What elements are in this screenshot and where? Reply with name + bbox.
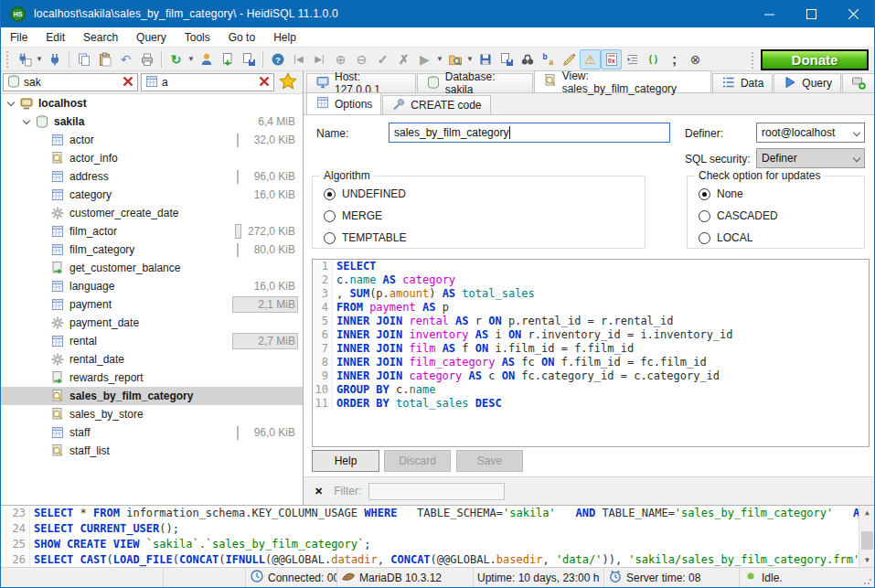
- algorithm-temptable[interactable]: TEMPTABLE: [324, 231, 645, 244]
- tree-item-film_category[interactable]: film_category80,0 KiB: [1, 241, 303, 259]
- menu-search[interactable]: Search: [74, 28, 127, 47]
- help-button[interactable]: Help: [312, 450, 379, 472]
- tree-item-language[interactable]: language16,0 KiB: [1, 277, 303, 295]
- export-database-icon[interactable]: [217, 49, 238, 69]
- tree-item-actor_info[interactable]: actor_info: [1, 149, 303, 167]
- save-sql-as-icon[interactable]: [496, 49, 517, 69]
- semicolon-icon[interactable]: ;: [664, 49, 685, 69]
- menu-query[interactable]: Query: [127, 28, 176, 47]
- cancel-query-icon[interactable]: ⊗: [685, 49, 706, 69]
- help-icon[interactable]: ?: [267, 49, 288, 69]
- tree-item-get_customer_balance[interactable]: get_customer_balance: [1, 259, 303, 277]
- tab-host-127-0-0-1[interactable]: Host: 127.0.0.1: [306, 73, 416, 92]
- favorites-star-icon[interactable]: [279, 72, 297, 93]
- tree-item-film_actor[interactable]: film_actor272,0 KiB: [1, 222, 303, 241]
- definer-select[interactable]: root@localhost: [756, 123, 865, 143]
- paste-icon[interactable]: [94, 49, 115, 69]
- resize-grip[interactable]: [863, 576, 872, 585]
- indent-icon[interactable]: [622, 49, 643, 69]
- check-option-cascaded[interactable]: CASCADED: [699, 209, 864, 222]
- disconnect-icon[interactable]: [44, 49, 65, 69]
- insert-row-icon[interactable]: ⊕: [330, 49, 351, 69]
- scroll-down-icon[interactable]: ▼: [859, 553, 874, 567]
- load-sql-file-icon[interactable]: [444, 49, 465, 69]
- tree-item-rental_date[interactable]: rental_date: [1, 350, 303, 369]
- close-button[interactable]: [832, 0, 874, 27]
- radio-icon[interactable]: [324, 232, 336, 244]
- chevron-expanded-icon[interactable]: [6, 98, 17, 109]
- menu-help[interactable]: Help: [264, 28, 305, 47]
- algorithm-undefined[interactable]: UNDEFINED: [324, 187, 645, 200]
- cancel-editing-icon[interactable]: ✗: [393, 49, 414, 69]
- save-button[interactable]: Save: [456, 450, 523, 472]
- tree-item-category[interactable]: category16,0 KiB: [1, 186, 303, 204]
- session-manager-icon[interactable]: [14, 49, 35, 69]
- check-option-none[interactable]: None: [699, 187, 864, 200]
- stop-on-errors-icon[interactable]: ⚠: [580, 49, 601, 69]
- scroll-thumb[interactable]: [861, 531, 873, 550]
- radio-icon[interactable]: [699, 188, 710, 200]
- tree-item-address[interactable]: address96,0 KiB: [1, 167, 303, 186]
- view-name-input[interactable]: sales_by_film_category: [389, 123, 670, 143]
- reformat-sql-icon[interactable]: [559, 49, 580, 69]
- save-sql-icon[interactable]: [475, 49, 496, 69]
- tab-data[interactable]: Data: [712, 73, 773, 92]
- database-filter-input[interactable]: sak: [3, 73, 138, 91]
- tab-new-query[interactable]: [842, 73, 875, 92]
- tree-item-localhost[interactable]: localhost: [1, 94, 303, 112]
- post-changes-icon[interactable]: ✓: [372, 49, 393, 69]
- tree-item-staff[interactable]: staff96,0 KiB: [1, 423, 303, 442]
- maximize-button[interactable]: [790, 0, 832, 27]
- load-sql-file-icon-dropdown[interactable]: ▼: [465, 49, 475, 69]
- user-manager-icon[interactable]: [196, 49, 217, 69]
- radio-icon[interactable]: [699, 210, 710, 222]
- tree-item-payment_date[interactable]: payment_date: [1, 314, 303, 332]
- tab-query[interactable]: Query: [774, 73, 841, 92]
- tree-item-sales_by_store[interactable]: sales_by_store: [1, 405, 303, 423]
- scroll-up-icon[interactable]: ▲: [859, 506, 874, 519]
- discard-button[interactable]: Discard: [384, 450, 451, 472]
- clear-database-filter-icon[interactable]: [121, 74, 135, 91]
- subtab-options[interactable]: Options: [306, 92, 381, 114]
- undo-icon[interactable]: ↶: [115, 49, 136, 69]
- last-row-icon[interactable]: ▶|: [309, 49, 330, 69]
- print-icon[interactable]: [136, 49, 157, 69]
- sql-security-select[interactable]: Definer: [756, 148, 865, 168]
- filter-input[interactable]: [368, 483, 505, 500]
- log-scrollbar[interactable]: ▲ ▼: [859, 506, 874, 567]
- tree-item-sakila[interactable]: sakila6,4 MiB: [1, 112, 303, 131]
- menu-tools[interactable]: Tools: [176, 28, 219, 47]
- session-manager-icon-dropdown[interactable]: ▼: [35, 49, 44, 69]
- save-sync-icon[interactable]: [238, 49, 259, 69]
- chevron-expanded-icon[interactable]: [22, 116, 33, 127]
- minimize-button[interactable]: [748, 0, 790, 27]
- tree-item-payment[interactable]: payment2,1 MiB: [1, 295, 303, 314]
- delete-row-icon[interactable]: ⊖: [351, 49, 372, 69]
- copy-icon[interactable]: [73, 49, 94, 69]
- sql-log-panel[interactable]: 23SELECT * FROM information_schema.KEY_C…: [1, 505, 874, 567]
- table-filter-input[interactable]: a: [141, 73, 274, 91]
- tree-item-customer_create_date[interactable]: customer_create_date: [1, 204, 303, 222]
- radio-icon[interactable]: [699, 232, 710, 244]
- clear-table-filter-icon[interactable]: [257, 74, 272, 91]
- algorithm-merge[interactable]: MERGE: [324, 209, 645, 222]
- tree-item-sales_by_film_category[interactable]: sales_by_film_category: [1, 387, 303, 405]
- find-text-icon[interactable]: [517, 49, 538, 69]
- tab-database-sakila[interactable]: Database: sakila: [417, 73, 533, 92]
- blob-as-hex-icon[interactable]: 0x: [601, 49, 622, 69]
- menu-go-to[interactable]: Go to: [219, 28, 264, 47]
- execute-sql-icon-dropdown[interactable]: ▼: [435, 49, 444, 69]
- execute-sql-icon[interactable]: ▶: [414, 49, 435, 69]
- close-filter-icon[interactable]: ✕: [315, 486, 323, 497]
- tree-item-rewards_report[interactable]: rewards_report: [1, 369, 303, 387]
- refresh-icon[interactable]: ↻: [165, 49, 187, 69]
- subtab-create-code[interactable]: CREATE code: [382, 95, 490, 114]
- tree-item-rental[interactable]: rental2,7 MiB: [1, 332, 303, 350]
- radio-icon[interactable]: [324, 210, 336, 222]
- check-option-local[interactable]: LOCAL: [699, 231, 864, 244]
- menu-edit[interactable]: Edit: [37, 28, 74, 47]
- refresh-icon-dropdown[interactable]: ▼: [187, 49, 196, 69]
- replace-text-icon[interactable]: ba: [538, 49, 559, 69]
- parentheses-icon[interactable]: ( ): [643, 49, 664, 69]
- tree-item-staff_list[interactable]: staff_list: [1, 442, 303, 460]
